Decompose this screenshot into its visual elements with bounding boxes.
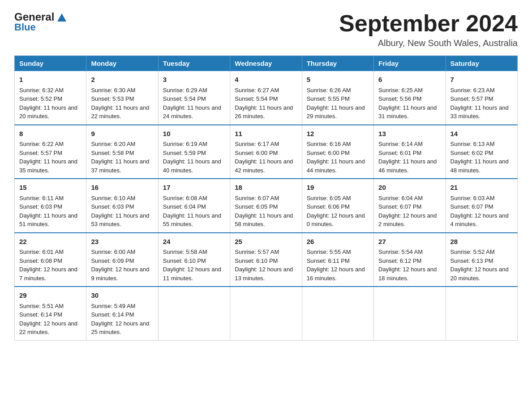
sunset-info: Sunset: 6:00 PM (307, 150, 350, 156)
sunset-info: Sunset: 5:55 PM (307, 95, 350, 102)
day-number: 8 (19, 129, 82, 139)
sunrise-info: Sunrise: 5:55 AM (307, 248, 351, 255)
sunset-info: Sunset: 5:52 PM (19, 95, 62, 102)
sunset-info: Sunset: 6:14 PM (91, 311, 134, 318)
calendar-week-2: 8 Sunrise: 6:22 AM Sunset: 5:57 PM Dayli… (15, 125, 518, 179)
header-sunday: Sunday (15, 56, 86, 71)
day-number: 5 (307, 75, 369, 85)
calendar-cell: 9 Sunrise: 6:20 AM Sunset: 5:58 PM Dayli… (86, 125, 158, 179)
daylight-info: Daylight: 11 hours and 35 minutes. (19, 158, 77, 174)
calendar-cell: 20 Sunrise: 6:04 AM Sunset: 6:07 PM Dayl… (374, 179, 446, 233)
calendar-cell: 14 Sunrise: 6:13 AM Sunset: 6:02 PM Dayl… (446, 125, 517, 179)
day-number: 26 (307, 237, 369, 247)
sunset-info: Sunset: 5:53 PM (91, 95, 134, 102)
calendar-cell: 13 Sunrise: 6:14 AM Sunset: 6:01 PM Dayl… (374, 125, 446, 179)
day-number: 4 (235, 75, 297, 85)
sunset-info: Sunset: 6:10 PM (235, 257, 278, 264)
calendar-cell: 1 Sunrise: 6:32 AM Sunset: 5:52 PM Dayli… (15, 71, 86, 125)
day-number: 3 (163, 75, 225, 85)
day-number: 15 (19, 183, 82, 193)
sunrise-info: Sunrise: 6:30 AM (91, 87, 135, 94)
sunset-info: Sunset: 5:59 PM (163, 150, 206, 156)
day-number: 20 (378, 183, 441, 193)
day-number: 7 (450, 75, 513, 85)
calendar-cell: 4 Sunrise: 6:27 AM Sunset: 5:54 PM Dayli… (230, 71, 302, 125)
daylight-info: Daylight: 11 hours and 37 minutes. (91, 158, 149, 174)
header-wednesday: Wednesday (230, 56, 302, 71)
day-number: 25 (235, 237, 297, 247)
sunrise-info: Sunrise: 5:54 AM (378, 248, 423, 255)
day-number: 23 (91, 237, 153, 247)
calendar-cell: 11 Sunrise: 6:17 AM Sunset: 6:00 PM Dayl… (230, 125, 302, 179)
sunrise-info: Sunrise: 6:00 AM (91, 248, 135, 255)
sunset-info: Sunset: 5:54 PM (163, 95, 206, 102)
sunrise-info: Sunrise: 6:13 AM (450, 141, 495, 147)
sunrise-info: Sunrise: 6:32 AM (19, 87, 64, 94)
calendar-cell: 19 Sunrise: 6:05 AM Sunset: 6:06 PM Dayl… (302, 179, 373, 233)
daylight-info: Daylight: 11 hours and 48 minutes. (450, 158, 509, 174)
day-number: 29 (19, 291, 82, 301)
daylight-info: Daylight: 12 hours and 7 minutes. (19, 266, 77, 282)
calendar-week-4: 22 Sunrise: 6:01 AM Sunset: 6:08 PM Dayl… (15, 233, 518, 287)
sunrise-info: Sunrise: 6:17 AM (235, 141, 279, 147)
calendar-cell: 29 Sunrise: 5:51 AM Sunset: 6:14 PM Dayl… (15, 287, 86, 340)
daylight-info: Daylight: 11 hours and 22 minutes. (91, 104, 149, 120)
sunset-info: Sunset: 5:57 PM (450, 95, 493, 102)
day-number: 13 (378, 129, 441, 139)
sunset-info: Sunset: 6:07 PM (450, 203, 493, 210)
calendar-cell (158, 287, 230, 340)
calendar-cell: 7 Sunrise: 6:23 AM Sunset: 5:57 PM Dayli… (446, 71, 517, 125)
daylight-info: Daylight: 12 hours and 2 minutes. (378, 212, 437, 228)
daylight-info: Daylight: 12 hours and 9 minutes. (91, 266, 149, 282)
sunrise-info: Sunrise: 6:19 AM (163, 141, 207, 147)
sunrise-info: Sunrise: 6:16 AM (307, 141, 351, 147)
sunrise-info: Sunrise: 5:49 AM (91, 303, 135, 309)
header-thursday: Thursday (302, 56, 373, 71)
calendar-cell: 17 Sunrise: 6:08 AM Sunset: 6:04 PM Dayl… (158, 179, 230, 233)
day-number: 11 (235, 129, 297, 139)
sunrise-info: Sunrise: 5:52 AM (450, 248, 495, 255)
sunrise-info: Sunrise: 6:27 AM (235, 87, 279, 94)
calendar-cell: 16 Sunrise: 6:10 AM Sunset: 6:03 PM Dayl… (86, 179, 158, 233)
daylight-info: Daylight: 11 hours and 40 minutes. (163, 158, 221, 174)
calendar-week-5: 29 Sunrise: 5:51 AM Sunset: 6:14 PM Dayl… (15, 287, 518, 340)
calendar-week-1: 1 Sunrise: 6:32 AM Sunset: 5:52 PM Dayli… (15, 71, 518, 125)
day-number: 12 (307, 129, 369, 139)
day-number: 19 (307, 183, 369, 193)
calendar-cell: 6 Sunrise: 6:25 AM Sunset: 5:56 PM Dayli… (374, 71, 446, 125)
sunrise-info: Sunrise: 6:07 AM (235, 195, 279, 201)
daylight-info: Daylight: 12 hours and 25 minutes. (91, 320, 149, 336)
day-number: 27 (378, 237, 441, 247)
sunrise-info: Sunrise: 6:04 AM (378, 195, 423, 201)
daylight-info: Daylight: 12 hours and 22 minutes. (19, 320, 77, 336)
location-subtitle: Albury, New South Wales, Australia (339, 38, 518, 48)
daylight-info: Daylight: 11 hours and 58 minutes. (235, 212, 293, 228)
header-friday: Friday (374, 56, 446, 71)
weekday-header-row: Sunday Monday Tuesday Wednesday Thursday… (15, 56, 518, 71)
sunset-info: Sunset: 6:01 PM (378, 150, 421, 156)
calendar-cell: 30 Sunrise: 5:49 AM Sunset: 6:14 PM Dayl… (86, 287, 158, 340)
sunset-info: Sunset: 6:14 PM (19, 311, 62, 318)
calendar-cell: 27 Sunrise: 5:54 AM Sunset: 6:12 PM Dayl… (374, 233, 446, 287)
calendar-cell: 28 Sunrise: 5:52 AM Sunset: 6:13 PM Dayl… (446, 233, 517, 287)
daylight-info: Daylight: 11 hours and 24 minutes. (163, 104, 221, 120)
sunset-info: Sunset: 6:05 PM (235, 203, 278, 210)
calendar-week-3: 15 Sunrise: 6:11 AM Sunset: 6:03 PM Dayl… (15, 179, 518, 233)
sunset-info: Sunset: 6:03 PM (19, 203, 62, 210)
header-tuesday: Tuesday (158, 56, 230, 71)
calendar-table: Sunday Monday Tuesday Wednesday Thursday… (14, 56, 518, 341)
day-number: 1 (19, 75, 82, 85)
calendar-cell: 23 Sunrise: 6:00 AM Sunset: 6:09 PM Dayl… (86, 233, 158, 287)
day-number: 16 (91, 183, 153, 193)
sunrise-info: Sunrise: 5:57 AM (235, 248, 279, 255)
day-number: 18 (235, 183, 297, 193)
sunrise-info: Sunrise: 6:26 AM (307, 87, 351, 94)
sunrise-info: Sunrise: 6:20 AM (91, 141, 135, 147)
sunset-info: Sunset: 5:56 PM (378, 95, 421, 102)
logo-blue-text: Blue (14, 21, 36, 33)
sunrise-info: Sunrise: 6:29 AM (163, 87, 207, 94)
sunrise-info: Sunrise: 6:22 AM (19, 141, 64, 147)
calendar-cell: 24 Sunrise: 5:58 AM Sunset: 6:10 PM Dayl… (158, 233, 230, 287)
daylight-info: Daylight: 11 hours and 20 minutes. (19, 104, 77, 120)
logo-triangle-icon (56, 11, 68, 23)
